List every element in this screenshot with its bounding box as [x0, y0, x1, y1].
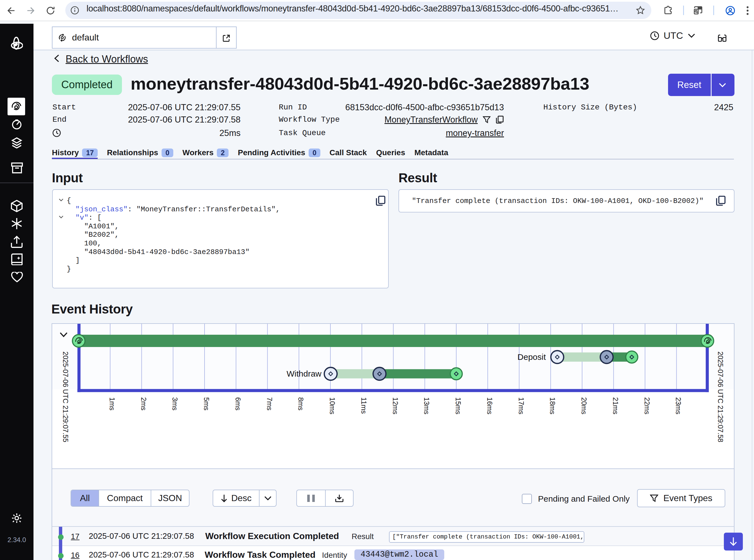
svg-text:7ms: 7ms: [266, 397, 273, 411]
svg-text:6ms: 6ms: [234, 397, 242, 411]
svg-text:10ms: 10ms: [328, 397, 336, 414]
svg-text:Deposit: Deposit: [517, 352, 546, 361]
svg-text:15ms: 15ms: [454, 397, 462, 414]
svg-text:5ms: 5ms: [203, 397, 210, 411]
svg-text:22ms: 22ms: [643, 397, 651, 414]
svg-text:8ms: 8ms: [297, 397, 305, 411]
svg-text:16ms: 16ms: [486, 397, 494, 414]
svg-text:11ms: 11ms: [360, 397, 368, 414]
svg-text:20ms: 20ms: [580, 397, 588, 414]
svg-text:23ms: 23ms: [674, 397, 682, 414]
svg-text:21ms: 21ms: [612, 397, 619, 414]
svg-text:1ms: 1ms: [108, 397, 116, 411]
svg-text:18ms: 18ms: [549, 397, 556, 414]
svg-text:13ms: 13ms: [423, 397, 431, 414]
svg-text:Withdraw: Withdraw: [287, 369, 322, 378]
svg-text:17ms: 17ms: [517, 397, 525, 414]
svg-text:3ms: 3ms: [171, 397, 179, 411]
svg-text:12ms: 12ms: [391, 397, 399, 414]
svg-text:2ms: 2ms: [140, 397, 148, 411]
svg-text:2025-07-06 UTC 21:29:07.55: 2025-07-06 UTC 21:29:07.55: [62, 352, 69, 442]
svg-text:2025-07-06 UTC 21:29:07.58: 2025-07-06 UTC 21:29:07.58: [717, 352, 725, 442]
